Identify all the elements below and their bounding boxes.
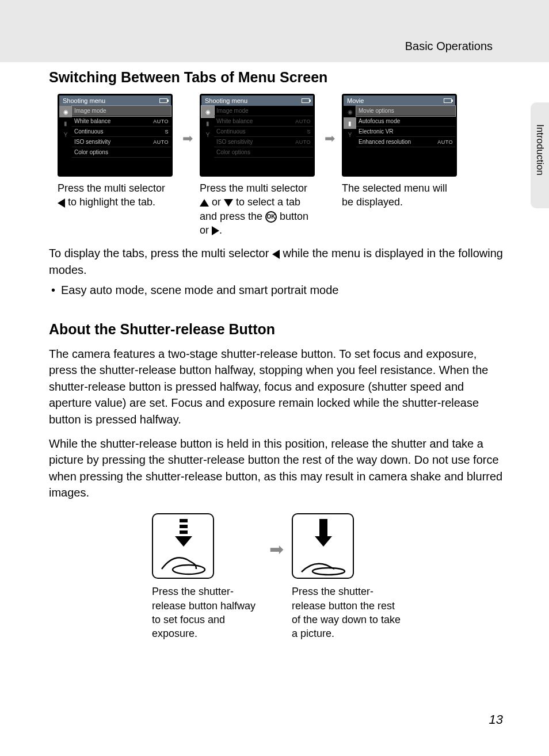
triangle-left-icon [58,198,65,208]
side-tab-label: Introduction [534,124,546,175]
shutter-full-illustration [292,513,354,579]
menu-item: Image mode [214,106,313,116]
shutter-caption-1: Press the shutter-release button halfway… [152,585,261,640]
left-gutter [0,0,29,62]
svg-rect-1 [180,525,188,528]
caption-1: Press the multi selector to highlight th… [58,181,176,209]
svg-rect-0 [180,519,188,522]
menu-item: White balanceAUTO [214,116,313,127]
shutter-caption-2: Press the shutter-release button the res… [292,585,401,640]
menu-screen-1: Shooting menu ◉ ▮ Y Image mode White bal… [58,94,173,177]
arrow-icon: ➡ [325,131,335,146]
caption-3: The selected menu will be displayed. [342,181,460,209]
menu-item: Color options [214,147,313,158]
screen1-title: Shooting menu [63,97,105,104]
tab-icon-movie: ▮ [201,117,214,129]
menu-item: Image mode [72,106,171,116]
header-bar: Basic Operations [29,0,549,62]
shutter-halfway-illustration [152,513,214,579]
menu-item: ISO sensitivityAUTO [214,137,313,147]
tab-icon-camera: ◉ [59,106,72,117]
breadcrumb: Basic Operations [405,40,493,53]
caption-2: Press the multi selector or to select a … [200,181,318,237]
menu-item: Electronic VR [356,127,455,137]
menu-item: ContinuousS [214,127,313,137]
tab-icon-camera: ◉ [201,106,214,117]
ok-button-icon: OK [265,211,277,223]
bullet-list: Easy auto mode, scene mode and smart por… [51,284,504,297]
triangle-up-icon [200,199,209,207]
bullet-item: Easy auto mode, scene mode and smart por… [51,284,504,297]
svg-point-7 [312,568,345,575]
triangle-left-icon [272,250,280,259]
svg-marker-6 [315,536,332,547]
arrow-icon: ➡ [182,131,193,146]
svg-point-4 [173,565,205,574]
menu-item: Movie options [356,106,455,116]
menu-item: Enhanced resolutionAUTO [356,137,455,147]
battery-icon [159,98,167,103]
section2-title: About the Shutter-release Button [49,321,504,338]
svg-rect-2 [180,530,188,534]
tab-icon-camera: ◉ [344,106,356,117]
triangle-down-icon [224,199,233,207]
screens-row: Shooting menu ◉ ▮ Y Image mode White bal… [58,94,504,237]
screen2-title: Shooting menu [205,97,247,104]
menu-item: ContinuousS [72,127,171,137]
tab-icon-setup: Y [344,129,356,140]
menu-item: White balanceAUTO [72,116,171,127]
section1-title: Switching Between Tabs of Menu Screen [49,69,504,86]
svg-marker-3 [175,536,192,547]
section2-para2: While the shutter-release button is held… [49,436,504,501]
svg-rect-5 [319,519,327,536]
tab-icon-movie: ▮ [344,117,356,129]
tab-icon-setup: Y [59,129,72,140]
menu-screen-2: Shooting menu ◉ ▮ Y Image mode White bal… [200,94,315,177]
menu-item: Color options [72,147,171,158]
battery-icon [444,98,452,103]
arrow-icon: ➡ [269,539,284,559]
battery-icon [302,98,310,103]
tab-icon-movie: ▮ [59,117,72,129]
triangle-right-icon [212,226,219,235]
menu-item: ISO sensitivityAUTO [72,137,171,147]
shutter-row: Press the shutter-release button halfway… [49,513,504,640]
page-number: 13 [489,712,503,727]
side-tab: Introduction [531,102,549,208]
menu-item: Autofocus mode [356,116,455,127]
screen3-title: Movie [347,97,364,104]
section1-para: To display the tabs, press the multi sel… [49,245,504,278]
menu-screen-3: Movie ◉ ▮ Y Movie options Autofocus mode… [342,94,457,177]
section2-para1: The camera features a two-stage shutter-… [49,346,504,427]
tab-icon-setup: Y [201,129,214,140]
